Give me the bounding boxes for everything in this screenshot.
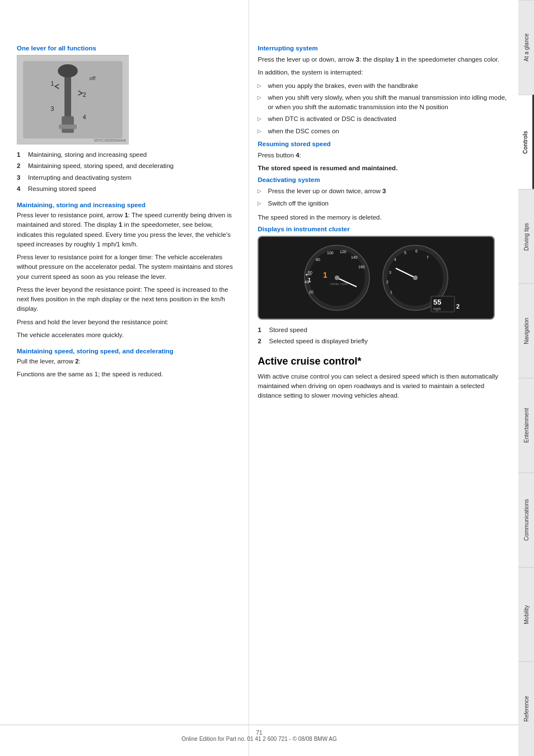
list-num-4: 4	[17, 184, 20, 194]
display-item-2: 2Selected speed is displayed briefly	[257, 337, 507, 346]
svg-text:2: 2	[83, 91, 86, 98]
deactivating-title: Deactivating system	[257, 176, 507, 183]
svg-text:off: off	[90, 75, 96, 81]
bullet-3: when DTC is activated or DSC is deactiva…	[257, 114, 507, 124]
svg-text:55: 55	[433, 298, 441, 306]
sidebar-tab-controls[interactable]: Controls	[518, 95, 534, 189]
main-content: One lever for all functions 1 2 3 4 off	[0, 0, 518, 756]
sidebar-tab-navigation[interactable]: Navigation	[518, 283, 534, 378]
svg-text:3: 3	[389, 270, 391, 274]
bullet-1: when you apply the brakes, even with the…	[257, 81, 507, 91]
list-item-3: 3Interrupting and deactivating system	[17, 173, 237, 183]
svg-text:20: 20	[309, 290, 313, 294]
displays-numbered-list: 1Stored speed 2Selected speed is display…	[257, 325, 507, 347]
footer: 71 Online Edition for Part no. 01 41 2 6…	[0, 725, 518, 742]
svg-text:U/min ×100: U/min ×100	[330, 282, 348, 286]
section1-para4: Press and hold the lever beyond the resi…	[17, 318, 237, 327]
resuming-para2: The stored speed is resumed and maintain…	[257, 164, 507, 173]
displays-title: Displays in instrument cluster	[257, 226, 507, 232]
section1-para3: Press the lever beyond the resistance po…	[17, 285, 237, 314]
lever-image: 1 2 3 4 off WXC00000AAA	[17, 55, 129, 144]
resuming-title: Resuming stored speed	[257, 141, 507, 147]
list-item-2: 2Maintaining speed, storing speed, and d…	[17, 161, 237, 171]
list-num-1: 1	[17, 150, 20, 160]
svg-text:160: 160	[358, 265, 365, 269]
svg-text:140: 140	[351, 255, 358, 259]
svg-point-36	[413, 276, 418, 280]
active-cruise-para1: With active cruise control you can selec…	[257, 372, 507, 401]
svg-text:1: 1	[323, 270, 327, 279]
sidebar-tab-at-a-glance[interactable]: At a glance	[518, 0, 534, 95]
deact-bullet-1: Press the lever up or down twice, arrow …	[257, 186, 507, 196]
sidebar-tab-driving-tips[interactable]: Driving tips	[518, 189, 534, 284]
svg-text:5: 5	[404, 251, 406, 255]
section2-title: Maintaining speed, storing speed, and de…	[17, 348, 237, 354]
svg-text:4: 4	[394, 258, 396, 262]
resuming-para1: Press button 4:	[257, 151, 507, 160]
left-heading: One lever for all functions	[17, 45, 237, 52]
copyright-text: Online Edition for Part no. 01 41 2 600 …	[181, 736, 337, 742]
svg-text:120: 120	[340, 250, 346, 254]
svg-text:4: 4	[83, 114, 86, 120]
section1-para2: Press lever to resistance point for a lo…	[17, 253, 237, 282]
svg-text:2: 2	[386, 280, 388, 284]
interrupting-bullets: when you apply the brakes, even with the…	[257, 81, 507, 136]
numbered-list: 1Maintaining, storing and increasing spe…	[17, 150, 237, 194]
svg-rect-2	[64, 72, 71, 122]
interrupting-para2: In addition, the system is interrupted:	[257, 68, 507, 77]
svg-text:7: 7	[427, 255, 429, 259]
section1-para1: Press lever to resistance point, arrow 1…	[17, 211, 237, 249]
svg-text:6: 6	[415, 249, 418, 253]
sidebar-tab-entertainment[interactable]: Entertainment	[518, 378, 534, 473]
deactivating-para1: The speed stored in the memory is delete…	[257, 213, 507, 222]
svg-text:1: 1	[308, 277, 311, 283]
deact-bullet-2: Switch off the ignition	[257, 199, 507, 208]
svg-text:1: 1	[390, 290, 392, 294]
list-item-1: 1Maintaining, storing and increasing spe…	[17, 150, 237, 160]
svg-text:2: 2	[456, 303, 460, 310]
svg-point-3	[58, 64, 78, 78]
interrupting-para1: Press the lever up or down, arrow 3: the…	[257, 55, 507, 64]
bullet-4: when the DSC comes on	[257, 127, 507, 136]
section1-para4b: The vehicle accelerates more quickly.	[17, 330, 237, 340]
instrument-cluster-image: 80 100 120 140 160 60 40 20 1 U/min ×100	[257, 236, 494, 320]
active-cruise-heading: Active cruise control*	[257, 356, 507, 367]
sidebar-tabs: At a glance Controls Driving tips Naviga…	[518, 0, 534, 756]
section1-title: Maintaining, storing and increasing spee…	[17, 202, 237, 208]
section2-para1: Pull the lever, arrow 2:	[17, 357, 237, 366]
display-item-1: 1Stored speed	[257, 325, 507, 335]
sidebar-tab-communications[interactable]: Communications	[518, 473, 534, 567]
bullet-2: when you shift very slowly, when you shi…	[257, 93, 507, 113]
svg-text:1: 1	[51, 80, 54, 87]
sidebar-tab-reference[interactable]: Reference	[518, 661, 534, 756]
svg-text:mph: mph	[433, 307, 441, 311]
svg-point-23	[335, 276, 339, 280]
sidebar-tab-mobility[interactable]: Mobility	[518, 567, 534, 662]
deactivating-bullets: Press the lever up or down twice, arrow …	[257, 186, 507, 208]
right-column: Interrupting system Press the lever up o…	[249, 0, 518, 756]
interrupting-title: Interrupting system	[257, 45, 507, 52]
page-number: 71	[256, 730, 262, 736]
svg-text:100: 100	[327, 251, 334, 255]
list-num-2: 2	[17, 161, 20, 171]
svg-rect-10	[59, 124, 77, 129]
section2-para2: Functions are the same as 1; the speed i…	[17, 370, 237, 379]
svg-text:3: 3	[51, 105, 54, 112]
list-item-4: 4Resuming stored speed	[17, 184, 237, 194]
left-column: One lever for all functions 1 2 3 4 off	[0, 0, 249, 756]
svg-text:80: 80	[316, 258, 320, 262]
list-num-3: 3	[17, 173, 20, 183]
